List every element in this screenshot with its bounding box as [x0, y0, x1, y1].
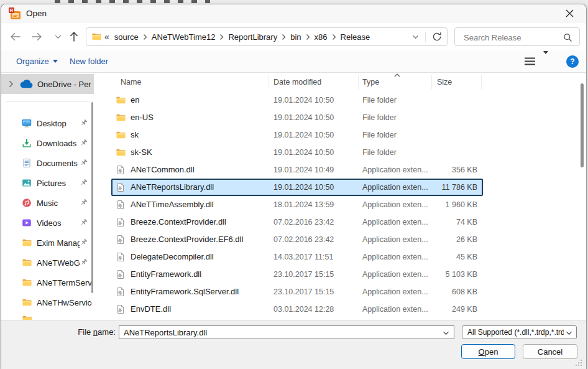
- file-row[interactable]: en-US19.01.2024 10:50File folder: [105, 109, 587, 126]
- file-row[interactable]: en19.01.2024 10:50File folder: [105, 91, 587, 109]
- file-row[interactable]: sk19.01.2024 10:50File folder: [105, 126, 587, 144]
- new-folder-button[interactable]: New folder: [70, 50, 108, 72]
- sidebar-item-anetwebgu[interactable]: ANeTWebGu: [1, 253, 92, 273]
- sidebar-item-label: Downloads: [37, 139, 80, 148]
- file-row[interactable]: Breeze.ContextProvider.dll07.02.2016 23:…: [105, 213, 587, 231]
- pin-icon: [80, 159, 88, 167]
- file-size: 11 786 KB: [399, 179, 477, 196]
- file-name: DelegateDecompiler.dll: [131, 248, 214, 266]
- file-name: sk: [131, 126, 139, 144]
- file-type: File folder: [362, 91, 431, 109]
- sidebar-item-onedrive[interactable]: OneDrive - Pers: [1, 74, 94, 94]
- file-row[interactable]: EntityFramework.dll23.10.2017 15:15Appli…: [105, 266, 587, 283]
- breadcrumb-collapsed-button[interactable]: «: [101, 32, 113, 42]
- sidebar-item-exim-manag[interactable]: Exim Manag: [1, 233, 92, 253]
- sidebar-scrollbar[interactable]: [91, 102, 93, 293]
- recent-locations-button[interactable]: [50, 29, 66, 45]
- address-dropdown-button[interactable]: [412, 34, 419, 39]
- back-button[interactable]: [7, 29, 24, 45]
- file-name: ANeTReportsLibrary.dll: [131, 179, 214, 196]
- breadcrumb-segment[interactable]: Release: [339, 32, 372, 42]
- resize-grip[interactable]: [574, 358, 582, 367]
- cancel-button[interactable]: Cancel: [523, 344, 577, 359]
- folder-icon: [22, 278, 32, 287]
- folder-icon: [22, 238, 32, 248]
- sidebar-divider: [6, 101, 90, 101]
- file-name-input[interactable]: [119, 326, 442, 339]
- column-separator[interactable]: [481, 75, 482, 89]
- screen: R Open: [0, 0, 588, 369]
- file-name-dropdown-button[interactable]: [443, 330, 449, 335]
- breadcrumb: « sourceANeTWebTime12ReportLibrarybinx86…: [86, 27, 448, 46]
- pin-icon: [80, 199, 88, 207]
- desktop-icon: [22, 118, 32, 128]
- sidebar-item-downloads[interactable]: Downloads: [1, 133, 92, 153]
- file-row[interactable]: EnvDTE.dll03.01.2024 12:28Application ex…: [105, 301, 587, 318]
- sidebar-item-label: Desktop: [37, 119, 80, 128]
- dll-icon: [116, 252, 126, 262]
- breadcrumb-segment[interactable]: x86: [313, 32, 329, 42]
- search-input[interactable]: [462, 30, 561, 45]
- open-button[interactable]: Open: [461, 344, 515, 359]
- command-bar: Organize New folder ?: [1, 50, 586, 73]
- file-date-modified: 19.01.2024 10:50: [273, 91, 334, 109]
- breadcrumb-segment[interactable]: bin: [288, 32, 303, 42]
- organize-button[interactable]: Organize: [16, 50, 58, 72]
- close-icon: [566, 9, 574, 17]
- sidebar-item-videos[interactable]: Videos: [1, 213, 92, 233]
- forward-button[interactable]: [29, 29, 45, 45]
- sidebar-item-anethwservice[interactable]: ANeTHwService: [1, 292, 92, 312]
- file-type-dropdown[interactable]: All Supported (*.dll,*.trdp,*.trdx: [462, 325, 577, 339]
- chevron-down-icon: [412, 34, 419, 39]
- sidebar-item-label: Videos: [37, 218, 80, 228]
- file-name: ANeTCommon.dll: [131, 161, 195, 179]
- file-type: File folder: [362, 109, 431, 126]
- file-row[interactable]: Breeze.ContextProvider.EF6.dll07.02.2016…: [105, 231, 587, 248]
- file-date-modified: 07.02.2016 23:42: [273, 231, 334, 248]
- column-separator[interactable]: [358, 75, 359, 89]
- file-type: File folder: [362, 126, 431, 144]
- sidebar-item-anettermservic[interactable]: ANeTTermServic: [1, 273, 92, 292]
- sidebar-item-documents[interactable]: Documents: [1, 153, 92, 173]
- column-header-type[interactable]: Type: [362, 74, 379, 90]
- file-row[interactable]: ANeTCommon.dll19.01.2024 10:49Applicatio…: [105, 161, 587, 179]
- file-date-modified: 23.10.2017 15:15: [273, 283, 334, 301]
- file-name: ANeTTimeAssembly.dll: [131, 196, 214, 213]
- view-mode-button[interactable]: [525, 57, 535, 66]
- file-row[interactable]: DelegateDecompiler.dll14.03.2017 11:51Ap…: [105, 248, 587, 266]
- close-button[interactable]: [558, 4, 581, 22]
- sidebar-item-label: Exim Manag: [37, 238, 80, 248]
- file-date-modified: 19.01.2024 10:50: [273, 109, 334, 126]
- file-row[interactable]: sk-SK19.01.2024 10:50File folder: [105, 144, 587, 161]
- file-name: sk-SK: [131, 144, 152, 161]
- column-header-date-modified[interactable]: Date modified: [273, 74, 321, 90]
- sidebar-item-pictures[interactable]: Pictures: [1, 173, 92, 193]
- chevron-right-icon[interactable]: [9, 80, 14, 88]
- column-separator[interactable]: [269, 75, 269, 89]
- file-row[interactable]: EntityFramework.SqlServer.dll23.10.2017 …: [105, 283, 587, 301]
- column-header-size[interactable]: Size: [437, 74, 452, 90]
- refresh-button[interactable]: [432, 32, 442, 42]
- sidebar-item-label: ANeTTermServic: [37, 278, 92, 287]
- chevron-right-icon: [217, 34, 226, 40]
- file-list-scrollbar[interactable]: [581, 83, 584, 167]
- file-row[interactable]: ANeTReportsLibrary.dll19.01.2024 10:50Ap…: [105, 179, 587, 196]
- question-mark-icon: ?: [570, 57, 574, 66]
- file-type: File folder: [362, 144, 431, 161]
- sidebar-item-desktop[interactable]: Desktop: [1, 113, 92, 133]
- file-size: 5 103 KB: [399, 266, 477, 283]
- title-bar[interactable]: R Open: [1, 4, 586, 24]
- file-size: 26 KB: [399, 231, 477, 248]
- help-button[interactable]: ?: [566, 55, 579, 68]
- breadcrumb-segment[interactable]: source: [113, 32, 140, 42]
- folder-icon: [22, 314, 32, 320]
- file-size: 74 KB: [399, 213, 477, 231]
- file-row[interactable]: ANeTTimeAssembly.dll18.01.2024 13:59Appl…: [105, 196, 587, 213]
- column-header-name[interactable]: Name: [121, 74, 141, 90]
- sidebar-item-music[interactable]: Music: [1, 193, 92, 213]
- breadcrumb-segment[interactable]: ANeTWebTime12: [150, 32, 218, 42]
- up-button[interactable]: [66, 29, 82, 45]
- background-window-edge: [55, 0, 210, 3]
- breadcrumb-segment[interactable]: ReportLibrary: [226, 32, 279, 42]
- column-separator[interactable]: [431, 75, 432, 89]
